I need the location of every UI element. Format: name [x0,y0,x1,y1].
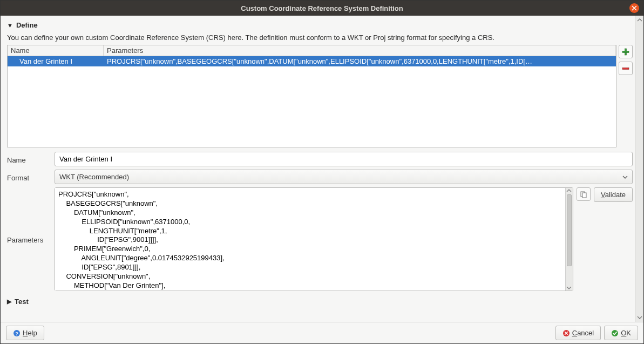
parameters-buttons: Validate [577,187,633,291]
col-header-parameters[interactable]: Parameters [104,45,616,56]
table-button-column [619,45,633,147]
crs-table-row: Name Parameters Van der Grinten I PROJCR… [7,45,633,147]
main-vertical-scrollbar[interactable] [635,16,643,322]
cancel-button[interactable]: Cancel [555,326,601,340]
test-section: ▶ Test [7,294,633,309]
cancel-label: Cancel [572,329,594,337]
chevron-down-icon [622,174,628,180]
content-area: ▼ Define You can define your own custom … [1,16,643,322]
test-section-header[interactable]: ▶ Test [7,296,633,309]
ok-label: OK [621,329,631,337]
arrow-up-icon [637,18,642,22]
remove-crs-button[interactable] [619,62,633,75]
window-title: Custom Coordinate Reference System Defin… [241,4,403,12]
define-section-header[interactable]: ▼ Define [7,20,633,32]
footer-right: Cancel OK [555,326,638,340]
scroll-up-icon [566,188,572,193]
ok-button[interactable]: OK [604,326,638,340]
help-label: Help [23,329,37,337]
dialog-window: Custom Coordinate Reference System Defin… [0,0,644,344]
format-row: Format WKT (Recommended) [7,170,633,184]
scroll-thumb[interactable] [567,194,572,266]
table-header: Name Parameters [8,45,616,56]
cell-parameters: PROJCRS["unknown",BASEGEOGCRS["unknown",… [104,56,616,66]
svg-text:?: ? [15,330,18,336]
close-icon [632,5,637,11]
expander-right-icon: ▶ [7,298,11,305]
define-label: Define [16,21,38,29]
scroll-down-button[interactable] [636,314,643,321]
crs-form: Name Format WKT (Recommended) Parameters [7,152,633,291]
copy-button[interactable] [577,187,591,201]
validate-button[interactable]: Validate [594,187,633,202]
scroll-track[interactable] [636,23,643,314]
validate-label: Validate [601,191,626,199]
parameters-area: Validate [55,187,633,291]
format-label: Format [7,172,50,182]
crs-table[interactable]: Name Parameters Van der Grinten I PROJCR… [7,45,616,147]
expander-down-icon: ▼ [7,22,13,29]
table-body: Van der Grinten I PROJCRS["unknown",BASE… [8,56,616,147]
table-row[interactable]: Van der Grinten I PROJCRS["unknown",BASE… [8,56,616,66]
format-value: WKT (Recommended) [59,173,129,181]
cell-name: Van der Grinten I [8,56,104,66]
dialog-footer: ? Help Cancel OK [1,322,643,343]
titlebar: Custom Coordinate Reference System Defin… [1,1,643,16]
svg-rect-4 [582,193,586,198]
arrow-down-icon [637,315,642,320]
name-input[interactable] [55,152,633,166]
cancel-icon [562,329,570,337]
parameters-textarea[interactable] [55,188,565,291]
close-button[interactable] [629,3,639,13]
ok-icon [611,329,619,337]
parameters-row: Parameters [7,187,633,291]
svg-rect-2 [622,68,629,69]
scroll-up-button[interactable] [636,17,643,23]
textarea-scrollbar[interactable] [565,188,573,291]
test-label: Test [15,298,29,306]
svg-rect-1 [622,51,629,52]
parameters-textarea-wrap [55,187,573,291]
plus-icon [622,48,629,56]
parameters-label: Parameters [7,187,50,244]
description-text: You can define your own custom Coordinat… [7,32,633,45]
copy-icon [580,191,587,198]
add-crs-button[interactable] [619,45,633,58]
format-select[interactable]: WKT (Recommended) [55,170,633,184]
help-button[interactable]: ? Help [6,326,44,340]
name-label: Name [7,154,50,164]
name-row: Name [7,152,633,166]
col-header-name[interactable]: Name [8,45,104,56]
minus-icon [622,65,629,72]
help-icon: ? [13,329,21,337]
scroll-down-icon [566,285,572,291]
main-scroll-pane: ▼ Define You can define your own custom … [1,16,635,322]
svg-point-8 [612,330,618,336]
